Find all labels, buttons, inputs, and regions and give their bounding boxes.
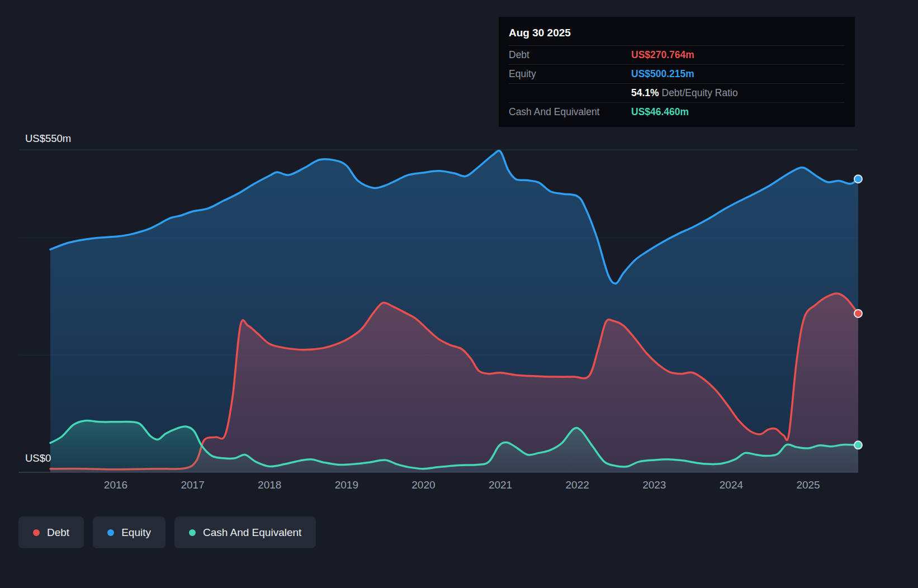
legend-label-equity: Equity bbox=[121, 527, 151, 539]
x-axis-tick-2025: 2025 bbox=[796, 479, 820, 491]
x-axis-tick-2023: 2023 bbox=[642, 479, 666, 491]
legend-item-equity[interactable]: Equity bbox=[93, 516, 165, 548]
legend-dot-debt bbox=[33, 529, 40, 536]
tooltip-ratio-percent: 54.1% bbox=[631, 87, 659, 98]
y-axis-label-zero: US$0 bbox=[25, 452, 51, 464]
tooltip-row-equity: Equity US$500.215m bbox=[509, 64, 845, 83]
debt-endpoint-marker[interactable] bbox=[854, 310, 862, 317]
tooltip-ratio-text: Debt/Equity Ratio bbox=[659, 87, 738, 98]
tooltip-cash-label: Cash And Equivalent bbox=[509, 106, 631, 118]
x-axis: 2016201720182019202020212022202320242025 bbox=[0, 479, 918, 496]
debt-equity-chart: Aug 30 2025 Debt US$270.764m Equity US$5… bbox=[0, 0, 918, 588]
tooltip-row-ratio: 54.1% Debt/Equity Ratio bbox=[509, 83, 845, 102]
x-axis-tick-2022: 2022 bbox=[566, 479, 589, 491]
tooltip-ratio-value: 54.1% Debt/Equity Ratio bbox=[631, 87, 738, 99]
tooltip-equity-label: Equity bbox=[509, 68, 631, 80]
x-axis-tick-2021: 2021 bbox=[489, 479, 512, 491]
legend: Debt Equity Cash And Equivalent bbox=[18, 516, 316, 548]
cash-and-equivalent-endpoint-marker[interactable] bbox=[854, 441, 862, 449]
legend-label-cash: Cash And Equivalent bbox=[203, 527, 301, 539]
x-axis-tick-2020: 2020 bbox=[411, 479, 435, 491]
tooltip-row-cash: Cash And Equivalent US$46.460m bbox=[509, 102, 845, 121]
equity-endpoint-marker[interactable] bbox=[854, 175, 862, 183]
x-axis-tick-2018: 2018 bbox=[258, 479, 281, 491]
y-axis-label-max: US$550m bbox=[25, 132, 71, 145]
tooltip: Aug 30 2025 Debt US$270.764m Equity US$5… bbox=[499, 17, 855, 127]
x-axis-tick-2024: 2024 bbox=[720, 479, 743, 491]
x-axis-tick-2016: 2016 bbox=[104, 479, 127, 491]
legend-item-debt[interactable]: Debt bbox=[18, 516, 84, 548]
tooltip-debt-value: US$270.764m bbox=[631, 49, 694, 61]
tooltip-date: Aug 30 2025 bbox=[509, 21, 845, 45]
tooltip-row-debt: Debt US$270.764m bbox=[509, 45, 845, 64]
x-axis-tick-2019: 2019 bbox=[335, 479, 358, 491]
legend-dot-cash bbox=[189, 529, 196, 536]
legend-label-debt: Debt bbox=[47, 527, 69, 539]
tooltip-equity-value: US$500.215m bbox=[631, 68, 694, 80]
x-axis-tick-2017: 2017 bbox=[181, 479, 204, 491]
legend-item-cash[interactable]: Cash And Equivalent bbox=[174, 516, 316, 548]
legend-dot-equity bbox=[107, 529, 114, 536]
tooltip-debt-label: Debt bbox=[509, 49, 631, 61]
tooltip-cash-value: US$46.460m bbox=[631, 106, 689, 118]
